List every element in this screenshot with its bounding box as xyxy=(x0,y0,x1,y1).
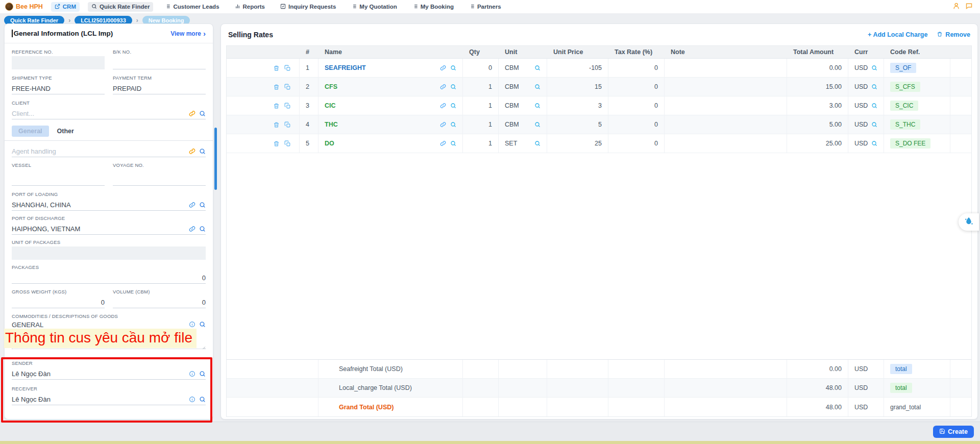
search-icon[interactable] xyxy=(199,148,206,155)
note-value[interactable] xyxy=(665,134,787,153)
unit-value[interactable]: CBM xyxy=(505,83,519,90)
charge-name-link[interactable]: SEAFREIGHT xyxy=(325,64,366,71)
currency-value[interactable]: USD xyxy=(854,64,868,71)
search-icon[interactable] xyxy=(450,140,456,146)
search-icon[interactable] xyxy=(534,65,541,71)
tab-general[interactable]: General xyxy=(12,126,49,137)
link-icon[interactable] xyxy=(189,110,195,117)
copy-icon[interactable] xyxy=(284,65,291,71)
chat-icon[interactable] xyxy=(965,2,973,12)
sender-value[interactable]: Lê Ngọc Đàn xyxy=(12,370,185,378)
nav-item-quick-rate-finder[interactable]: Quick Rate Finder xyxy=(88,2,153,12)
add-local-charge-button[interactable]: + Add Local Charge xyxy=(868,31,927,38)
tax-rate-value[interactable]: 0 xyxy=(608,59,665,77)
search-icon[interactable] xyxy=(871,121,877,128)
agent-handling-field[interactable] xyxy=(12,147,185,155)
qty-value[interactable]: 0 xyxy=(463,59,499,77)
search-icon[interactable] xyxy=(871,65,877,71)
reference-no-field[interactable] xyxy=(12,60,105,68)
nav-item-crm[interactable]: CRM xyxy=(51,2,80,12)
tab-other[interactable]: Other xyxy=(57,128,74,135)
unit-value[interactable]: CBM xyxy=(505,121,519,128)
brand[interactable]: Bee HPH xyxy=(5,3,43,11)
search-icon[interactable] xyxy=(534,140,541,146)
unit-value[interactable]: SET xyxy=(505,140,517,147)
search-icon[interactable] xyxy=(871,103,877,109)
search-icon[interactable] xyxy=(534,103,541,109)
scrollbar-thumb[interactable] xyxy=(214,128,217,190)
search-icon[interactable] xyxy=(450,121,456,128)
search-icon[interactable] xyxy=(871,140,877,146)
nav-item-reports[interactable]: Reports xyxy=(231,2,268,12)
currency-value[interactable]: USD xyxy=(854,121,868,128)
view-more-link[interactable]: View more› xyxy=(170,29,206,38)
qty-value[interactable]: 1 xyxy=(463,78,499,96)
search-icon[interactable] xyxy=(871,84,877,90)
tax-rate-value[interactable]: 0 xyxy=(608,115,665,134)
unit-price-value[interactable]: 15 xyxy=(547,78,608,96)
copy-icon[interactable] xyxy=(284,103,291,109)
link-icon[interactable] xyxy=(189,148,195,155)
info-icon[interactable] xyxy=(189,321,195,328)
note-value[interactable] xyxy=(665,78,787,96)
commodities-value[interactable]: GENERAL xyxy=(12,321,185,329)
search-icon[interactable] xyxy=(199,226,206,232)
search-icon[interactable] xyxy=(534,84,541,90)
resize-handle-icon[interactable] xyxy=(201,342,206,348)
currency-value[interactable]: USD xyxy=(854,140,868,147)
copy-icon[interactable] xyxy=(284,121,291,128)
shipment-type-value[interactable]: FREE-HAND xyxy=(12,85,105,92)
client-field[interactable] xyxy=(12,110,185,117)
tax-rate-value[interactable]: 0 xyxy=(608,96,665,115)
create-button[interactable]: Create xyxy=(933,426,974,438)
info-icon[interactable] xyxy=(189,396,195,403)
currency-value[interactable]: USD xyxy=(854,83,868,90)
floating-assistant-button[interactable] xyxy=(959,213,979,231)
link-icon[interactable] xyxy=(440,121,446,128)
unit-price-value[interactable]: 25 xyxy=(547,134,608,153)
copy-icon[interactable] xyxy=(284,140,291,147)
note-value[interactable] xyxy=(665,96,787,115)
unit-price-value[interactable]: -105 xyxy=(547,59,608,77)
unit-price-value[interactable]: 5 xyxy=(547,115,608,134)
search-icon[interactable] xyxy=(534,121,541,128)
search-icon[interactable] xyxy=(199,202,206,208)
unit-of-packages-field[interactable] xyxy=(12,251,206,258)
currency-value[interactable]: USD xyxy=(854,102,868,109)
unit-value[interactable]: CBM xyxy=(505,64,519,71)
unit-value[interactable]: CBM xyxy=(505,102,519,109)
search-icon[interactable] xyxy=(199,321,206,328)
copy-icon[interactable] xyxy=(284,84,291,90)
charge-name-link[interactable]: DO xyxy=(325,140,334,147)
link-icon[interactable] xyxy=(440,84,446,90)
search-icon[interactable] xyxy=(450,65,456,71)
person-icon[interactable] xyxy=(952,2,960,12)
trash-icon[interactable] xyxy=(273,103,280,109)
packages-value[interactable]: 0 xyxy=(12,274,206,282)
nav-item-my-quotation[interactable]: My Quotation xyxy=(348,2,400,12)
link-icon[interactable] xyxy=(189,202,195,208)
unit-price-value[interactable]: 3 xyxy=(547,96,608,115)
nav-item-partners[interactable]: Partners xyxy=(465,2,505,12)
trash-icon[interactable] xyxy=(273,65,280,71)
search-icon[interactable] xyxy=(450,103,456,109)
vessel-field[interactable] xyxy=(12,176,105,184)
nav-item-inquiry-requests[interactable]: Inquiry Requests xyxy=(277,2,339,12)
search-icon[interactable] xyxy=(199,371,206,377)
link-icon[interactable] xyxy=(189,226,195,232)
trash-icon[interactable] xyxy=(273,121,280,128)
qty-value[interactable]: 1 xyxy=(463,134,499,153)
link-icon[interactable] xyxy=(440,65,446,71)
trash-icon[interactable] xyxy=(273,84,280,90)
link-icon[interactable] xyxy=(440,103,446,109)
search-icon[interactable] xyxy=(450,84,456,90)
trash-icon[interactable] xyxy=(273,140,280,147)
gross-weight-value[interactable]: 0 xyxy=(12,299,105,306)
search-icon[interactable] xyxy=(199,396,206,403)
qty-value[interactable]: 1 xyxy=(463,96,499,115)
port-of-discharge-value[interactable]: HAIPHONG, VIETNAM xyxy=(12,225,185,233)
port-of-loading-value[interactable]: SHANGHAI, CHINA xyxy=(12,201,185,209)
tax-rate-value[interactable]: 0 xyxy=(608,78,665,96)
charge-name-link[interactable]: CFS xyxy=(325,83,337,90)
volume-value[interactable]: 0 xyxy=(113,299,206,306)
